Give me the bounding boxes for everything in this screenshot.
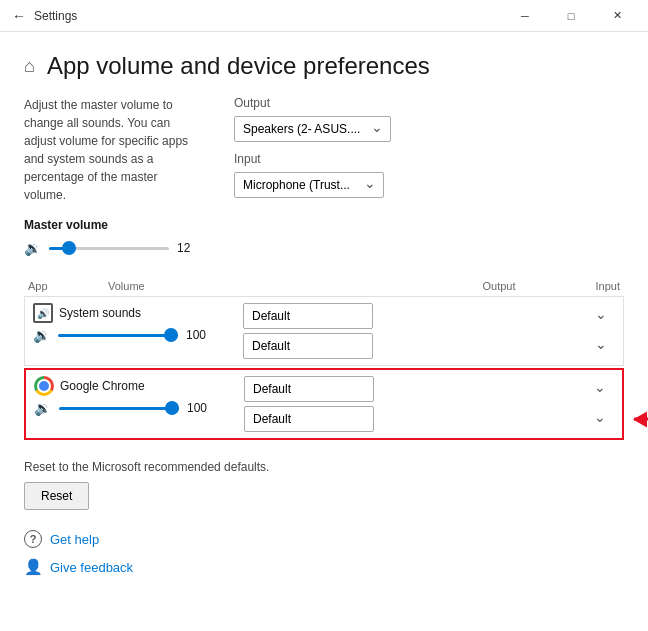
system-sounds-volume-slider[interactable] [58,334,178,337]
chrome-input-container: Default [244,406,614,432]
master-volume-section: Master volume 🔉 12 [24,218,624,256]
title-bar: ← Settings ─ □ ✕ [0,0,648,32]
master-volume-value: 12 [177,241,197,255]
chrome-icon [34,376,54,396]
output-select-container: Speakers (2- ASUS....Default [234,116,391,142]
chrome-input-select[interactable]: Default [244,406,374,432]
page-header: ⌂ App volume and device preferences [24,52,624,80]
system-sounds-vol-icon: 🔉 [33,327,50,343]
close-button[interactable]: ✕ [594,0,640,32]
chrome-name: Google Chrome [60,379,145,393]
minimize-button[interactable]: ─ [502,0,548,32]
description-section: Adjust the master volume to change all s… [24,96,234,208]
chrome-name-row: Google Chrome [34,376,234,396]
get-help-icon: ? [24,530,42,548]
description-text: Adjust the master volume to change all s… [24,96,194,204]
give-feedback-icon: 👤 [24,558,42,576]
system-sounds-name: System sounds [59,306,141,320]
chrome-selects: Default Default [244,376,614,432]
chrome-volume-slider[interactable] [59,407,179,410]
system-sounds-output-select[interactable]: Default [243,303,373,329]
vol-col-header: Volume [108,280,188,292]
output-select[interactable]: Speakers (2- ASUS....Default [234,116,391,142]
main-panel: ⌂ App volume and device preferences Adju… [0,32,648,631]
system-sounds-vol-value: 100 [186,328,206,342]
get-help-label: Get help [50,532,99,547]
reset-button[interactable]: Reset [24,482,89,510]
reset-label: Reset to the Microsoft recommended defau… [24,460,624,474]
input-section: Input Microphone (Trust...Default [234,152,624,198]
chrome-row: Google Chrome 🔉 100 Default [24,368,624,440]
app-rows: 🔊 System sounds 🔉 100 Default [24,296,624,440]
output-col-header: Output [483,280,516,292]
system-sounds-row: 🔊 System sounds 🔉 100 Default [24,296,624,366]
title-bar-controls: ─ □ ✕ [502,0,640,32]
system-sounds-input-select[interactable]: Default [243,333,373,359]
chrome-output-select[interactable]: Default [244,376,374,402]
master-volume-label: Master volume [24,218,624,232]
red-arrow-indicator [634,418,648,421]
top-section: Adjust the master volume to change all s… [24,96,624,208]
master-volume-slider[interactable] [49,247,169,250]
system-sounds-selects: Default Default [243,303,615,359]
give-feedback-link[interactable]: 👤 Give feedback [24,558,624,576]
reset-section: Reset to the Microsoft recommended defau… [24,460,624,510]
footer-links: ? Get help 👤 Give feedback [24,530,624,576]
system-sounds-left: 🔊 System sounds 🔉 100 [33,303,233,343]
input-label: Input [234,152,624,166]
system-sounds-name-row: 🔊 System sounds [33,303,233,323]
app-col-header: App [28,280,108,292]
back-icon[interactable]: ← [12,8,26,24]
window-title: Settings [34,9,77,23]
app-table-header: App Volume Output Input [24,280,624,292]
master-volume-icon: 🔉 [24,240,41,256]
output-input-section: Output Speakers (2- ASUS....Default Inpu… [234,96,624,208]
output-input-header: Output Input [483,280,621,292]
system-sounds-output-container: Default [243,303,615,329]
input-col-header: Input [596,280,620,292]
title-bar-left: ← Settings [12,8,77,24]
page-title: App volume and device preferences [47,52,430,80]
chrome-vol-value: 100 [187,401,207,415]
arrow-line [634,418,648,421]
home-icon[interactable]: ⌂ [24,56,35,77]
app-vol-header: App Volume [28,280,188,292]
system-sounds-icon: 🔊 [33,303,53,323]
chrome-output-container: Default [244,376,614,402]
chrome-vol-icon: 🔉 [34,400,51,416]
get-help-link[interactable]: ? Get help [24,530,624,548]
system-sounds-input-container: Default [243,333,615,359]
give-feedback-label: Give feedback [50,560,133,575]
output-section: Output Speakers (2- ASUS....Default [234,96,624,142]
maximize-button[interactable]: □ [548,0,594,32]
input-select-container: Microphone (Trust...Default [234,172,384,198]
input-select[interactable]: Microphone (Trust...Default [234,172,384,198]
output-label: Output [234,96,624,110]
chrome-left: Google Chrome 🔉 100 [34,376,234,416]
content-area: ⌂ App volume and device preferences Adju… [0,32,648,631]
chrome-volume-row: 🔉 100 [34,400,234,416]
system-sounds-volume-row: 🔉 100 [33,327,233,343]
master-volume-row: 🔉 12 [24,240,624,256]
